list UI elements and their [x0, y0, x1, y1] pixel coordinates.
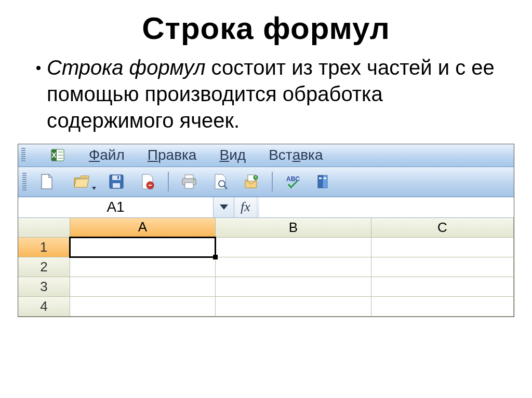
print-button[interactable]	[177, 170, 201, 193]
spreadsheet-grid: A B C 1 2 3 4	[18, 218, 514, 317]
excel-app-icon: X	[50, 148, 66, 162]
formula-input[interactable]	[259, 197, 514, 217]
svg-text:ABC: ABC	[286, 175, 300, 183]
column-header-a[interactable]: A	[70, 218, 216, 238]
fx-button[interactable]: fx	[234, 197, 257, 217]
select-all-corner[interactable]	[18, 218, 70, 238]
save-button[interactable]	[104, 170, 128, 193]
excel-window: X Файл Правка Вид Вставка	[18, 144, 514, 317]
menu-insert[interactable]: Вставка	[269, 147, 323, 163]
row-header-4[interactable]: 4	[18, 297, 70, 317]
toolbar-separator	[168, 172, 169, 191]
bullet-item: Строка формул состоит из трех частей и с…	[16, 54, 516, 144]
svg-rect-23	[323, 175, 327, 188]
permission-button[interactable]	[136, 170, 159, 193]
svg-rect-8	[113, 183, 120, 188]
print-preview-button[interactable]	[208, 170, 232, 193]
svg-rect-14	[185, 183, 193, 188]
menu-file[interactable]: Файл	[89, 147, 125, 163]
row-header-2[interactable]: 2	[18, 257, 70, 277]
bullet-lead: Строка формул	[47, 56, 206, 79]
svg-rect-7	[112, 175, 121, 180]
name-box-dropdown[interactable]	[214, 197, 234, 217]
cell-a1[interactable]	[70, 238, 216, 257]
svg-rect-24	[319, 177, 322, 179]
svg-rect-25	[324, 177, 326, 179]
cell-c2[interactable]	[371, 257, 514, 277]
cell-c3[interactable]	[371, 277, 514, 297]
toolbar-grip-icon	[22, 173, 26, 190]
standard-toolbar: ABC	[18, 167, 514, 197]
cell-b1[interactable]	[216, 238, 371, 257]
svg-rect-22	[318, 175, 323, 188]
menu-view[interactable]: Вид	[219, 147, 246, 163]
svg-point-15	[193, 180, 195, 181]
column-header-b[interactable]: B	[216, 218, 371, 238]
bullet-text: Строка формул состоит из трех частей и с…	[47, 54, 511, 134]
menu-edit[interactable]: Правка	[148, 147, 197, 163]
cell-a2[interactable]	[70, 257, 216, 277]
mail-button[interactable]	[240, 170, 263, 193]
cell-c1[interactable]	[371, 238, 514, 257]
svg-rect-11	[149, 185, 152, 186]
row-header-1[interactable]: 1	[18, 238, 70, 257]
fill-handle-icon[interactable]	[213, 255, 218, 259]
cell-a3[interactable]	[70, 277, 216, 297]
page-title: Строка формул	[16, 10, 516, 46]
dropdown-icon	[92, 187, 96, 190]
cell-a4[interactable]	[70, 297, 216, 317]
name-box[interactable]: A1	[18, 197, 214, 217]
cell-b3[interactable]	[216, 277, 371, 297]
svg-text:X: X	[51, 151, 57, 159]
slide: Строка формул Строка формул состоит из т…	[0, 0, 532, 398]
column-header-c[interactable]: C	[371, 218, 514, 238]
menubar-grip-icon	[21, 148, 25, 162]
cell-c4[interactable]	[371, 297, 514, 317]
cell-b4[interactable]	[216, 297, 371, 317]
selection-outline-icon	[69, 237, 216, 258]
bullet-dot-icon	[36, 66, 41, 70]
row-header-3[interactable]: 3	[18, 277, 70, 297]
cell-b2[interactable]	[216, 257, 371, 277]
toolbar-separator	[272, 172, 273, 191]
new-button[interactable]	[35, 170, 59, 193]
svg-rect-9	[117, 176, 119, 179]
research-button[interactable]	[312, 170, 336, 193]
menu-bar: X Файл Правка Вид Вставка	[18, 144, 514, 167]
formula-bar: A1 fx	[18, 197, 514, 218]
open-button[interactable]	[66, 170, 97, 193]
spellcheck-button[interactable]: ABC	[281, 170, 305, 193]
